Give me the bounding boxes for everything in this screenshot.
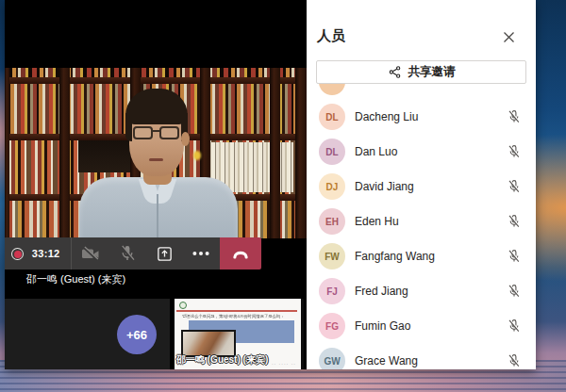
lamp-glow [193, 151, 201, 160]
slide-heading: 管理这么个是问题，第3步即将4月份时间情况了是么吗： [182, 314, 297, 319]
mic-muted-icon [507, 109, 522, 124]
close-icon [503, 31, 515, 43]
participant-row[interactable]: FJ Fred Jiang [307, 274, 536, 309]
panel-title: 人员 [317, 27, 345, 45]
participant-name: David Jiang [355, 170, 414, 204]
participant-list: DL Dacheng Liu DL Dan Luo [307, 65, 536, 369]
slide-footer-text: ·· ···· ·· [272, 361, 296, 367]
avatar: DJ [319, 173, 345, 200]
share-screen-button[interactable] [146, 237, 183, 270]
camera-off-button[interactable] [72, 237, 108, 270]
mic-muted-icon [507, 214, 522, 229]
share-screen-icon [156, 245, 174, 263]
avatar: DL [319, 139, 345, 165]
teams-meeting-window: 33:12 [5, 0, 536, 369]
hangup-button[interactable] [220, 237, 261, 270]
hidden-participants-tile[interactable]: +66 [5, 299, 170, 369]
participant-name: Eden Hu [355, 204, 399, 239]
recording-indicator-icon [11, 248, 24, 260]
screen-share-caption: 邵一鸣 (Guest) (来宾) [176, 353, 268, 367]
mic-off-icon [118, 244, 137, 263]
avatar: FG [319, 313, 345, 339]
avatar: EH [319, 208, 345, 235]
participant-row[interactable]: DJ David Jiang [307, 170, 536, 204]
participant-row[interactable]: GW Grace Wang [307, 344, 536, 369]
more-options-button[interactable] [183, 237, 220, 270]
avatar: FW [319, 243, 345, 270]
mic-off-button[interactable] [109, 237, 146, 270]
active-speaker-video [5, 0, 307, 238]
participant-row[interactable]: EH Eden Hu [307, 204, 536, 239]
avatar: GW [319, 348, 345, 369]
call-timer: 33:12 [32, 248, 60, 259]
mic-muted-icon [507, 144, 522, 159]
participant-name: Fred Jiang [355, 274, 408, 309]
slide-logo-icon [179, 302, 187, 309]
screen-share-preview[interactable]: 管理这么个是问题，第3步即将4月份时间情况了是么吗： 邵一鸣 (Guest) (… [175, 299, 304, 369]
mic-muted-icon [507, 179, 522, 194]
more-options-icon [191, 251, 210, 256]
active-speaker-name: 邵一鸣 (Guest) (来宾) [26, 272, 125, 286]
share-invite-label: 共享邀请 [408, 64, 456, 80]
hangup-icon [230, 247, 251, 260]
participant-row[interactable]: FG Fumin Gao [307, 309, 536, 344]
share-icon [388, 65, 402, 79]
avatar: DL [319, 104, 345, 130]
share-invite-button[interactable]: 共享邀请 [316, 60, 526, 84]
participant-name: Dan Luo [355, 135, 397, 170]
mic-muted-icon [507, 249, 522, 264]
people-panel: 人员 共享邀请 [307, 0, 536, 369]
mic-muted-icon [507, 284, 522, 299]
mic-muted-icon [507, 353, 522, 368]
call-controls-bar: 33:12 [5, 237, 220, 270]
desktop: 33:12 [0, 0, 566, 392]
mic-muted-icon [507, 318, 522, 334]
participant-row[interactable]: DL Dan Luo [307, 135, 536, 170]
participant-name: Fumin Gao [355, 309, 410, 344]
participant-row[interactable]: DL Dacheng Liu [307, 100, 536, 135]
participant-name: Fangfang Wang [355, 239, 435, 274]
overflow-count-badge: +66 [117, 315, 157, 354]
participant-name: Grace Wang [355, 344, 418, 369]
filmstrip-row: +66 管理这么个是问题，第3步即将4月份时间情况了是么吗： 邵一鸣 (Gues… [5, 299, 307, 369]
camera-off-icon [80, 244, 101, 263]
participant-row[interactable]: FW Fangfang Wang [307, 239, 536, 274]
speaker-person [5, 0, 307, 238]
participant-name: Dacheng Liu [355, 100, 418, 135]
avatar: FJ [319, 278, 345, 304]
meeting-stage: 33:12 [5, 0, 307, 369]
close-panel-button[interactable] [495, 25, 522, 48]
slide-rule-line [176, 310, 297, 312]
